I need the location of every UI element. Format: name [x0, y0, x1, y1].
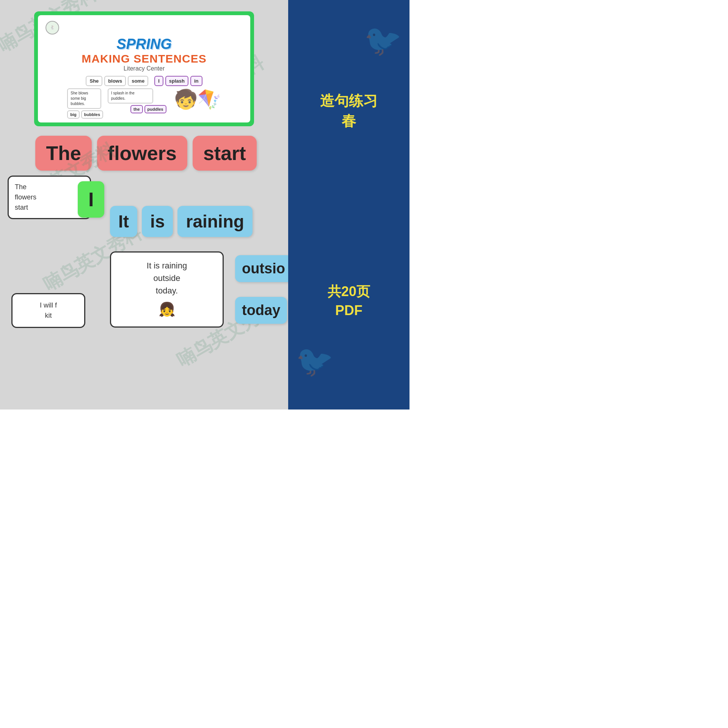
preview-making-title: MAKING SENTENCES — [82, 52, 206, 65]
preview-inner: 🐇 SPRING MAKING SENTENCES Literacy Cente… — [38, 15, 250, 122]
mini-card-puddles: puddles — [144, 105, 166, 113]
big-card-the: The — [35, 136, 91, 171]
big-word-cards-row: The flowers start — [35, 136, 256, 171]
mini-card-in: in — [190, 76, 202, 86]
preview-spring-title: SPRING — [116, 36, 172, 52]
sentence-main-text: It is rainingoutsidetoday. — [147, 261, 187, 295]
mini-card-splash: splash — [165, 76, 188, 86]
mini-card-I: I — [154, 76, 163, 86]
bird-decoration-top: 🐦 — [364, 23, 402, 58]
mini-sentence-1: She blows some big bubbles. — [67, 88, 101, 109]
logo: 🐇 — [46, 21, 59, 35]
pages-label: 共20页 — [328, 282, 370, 301]
sentence-back-text: Theflowersstart — [15, 183, 36, 211]
blue-card-today: today — [235, 297, 287, 324]
mini-card-big: big — [67, 110, 80, 119]
chinese-title: 造句练习 春 — [320, 91, 378, 131]
preview-subtitle: Literacy Center — [124, 65, 165, 72]
mini-sentence-2: I splash in the puddles. — [108, 88, 153, 104]
pdf-label: PDF — [335, 303, 362, 318]
big-card-start: start — [193, 136, 257, 171]
green-I-card: I — [78, 181, 104, 218]
preview-card: 🐇 SPRING MAKING SENTENCES Literacy Cente… — [34, 11, 254, 126]
kite-illustration: 🧒🪁 — [174, 88, 221, 110]
blue-card-outside: outsio — [235, 255, 288, 282]
sentence-card-main: It is rainingoutsidetoday. 👧 — [110, 251, 224, 328]
left-panel: 喃鸟英文秀料 喃鸟英文秀料 喃鸟英文秀料 喃鸟英文秀料 喃鸟英文秀料 🐇 SPR… — [0, 0, 288, 410]
mini-card-blows: blows — [104, 76, 126, 86]
girl-illustration: 👧 — [119, 299, 215, 320]
mini-card-she: She — [86, 76, 102, 86]
blue-card-it: It — [110, 206, 137, 237]
bird-decoration-bottom: 🐦 — [296, 344, 334, 379]
kite-sentence-text: I will fkit — [40, 301, 57, 319]
mini-card-the: the — [130, 105, 143, 113]
right-title-block: 造句练习 春 — [320, 91, 378, 131]
stacked-cards-area: Theflowersstart I It is raining It is ra… — [8, 176, 281, 350]
blue-card-is: is — [142, 206, 173, 237]
big-card-flowers: flowers — [97, 136, 187, 171]
blue-cards-row: It is raining — [110, 206, 253, 237]
sentence-card-kite: I will fkit — [11, 293, 85, 328]
chinese-title-line1: 造句练习 — [320, 93, 378, 109]
blue-card-raining: raining — [177, 206, 252, 237]
mini-card-some: some — [128, 76, 148, 86]
mini-card-bubbles: bubbles — [81, 110, 103, 119]
right-bottom-block: 共20页 PDF — [328, 282, 370, 318]
chinese-title-line2: 春 — [342, 113, 356, 129]
right-panel: 🐦 🐦 造句练习 春 共20页 PDF — [288, 0, 410, 410]
